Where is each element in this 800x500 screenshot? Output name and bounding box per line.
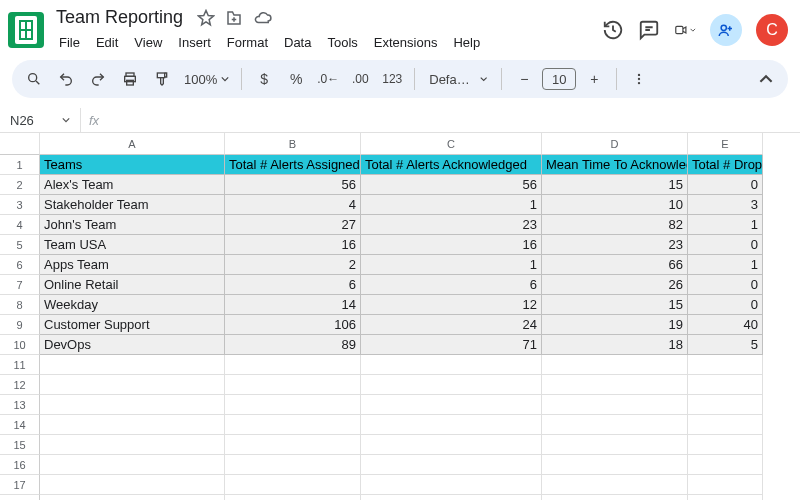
cell[interactable] [225,435,361,455]
redo-icon[interactable] [84,65,112,93]
cell[interactable]: Alex's Team [40,175,225,195]
row-header[interactable]: 12 [0,375,40,395]
cell[interactable] [542,435,688,455]
cell[interactable] [40,375,225,395]
select-all-corner[interactable] [0,133,40,155]
cell[interactable]: Total # Alerts Acknowledged [361,155,542,175]
cell[interactable] [225,415,361,435]
cell[interactable] [688,375,763,395]
menu-help[interactable]: Help [446,31,487,54]
cell[interactable]: 0 [688,175,763,195]
cell[interactable] [361,355,542,375]
cell[interactable] [361,475,542,495]
comments-icon[interactable] [638,19,660,41]
cell[interactable] [542,495,688,500]
cell[interactable] [688,395,763,415]
row-header[interactable]: 11 [0,355,40,375]
cell[interactable]: 0 [688,275,763,295]
row-header[interactable]: 17 [0,475,40,495]
cell[interactable] [688,435,763,455]
col-header-B[interactable]: B [225,133,361,155]
menu-file[interactable]: File [52,31,87,54]
row-header[interactable]: 9 [0,315,40,335]
format-percent-button[interactable]: % [282,65,310,93]
cell[interactable]: 6 [225,275,361,295]
cell[interactable]: Customer Support [40,315,225,335]
row-header[interactable]: 10 [0,335,40,355]
cell[interactable] [542,355,688,375]
cell[interactable]: Team USA [40,235,225,255]
row-header[interactable]: 5 [0,235,40,255]
menu-edit[interactable]: Edit [89,31,125,54]
cell[interactable]: 1 [361,195,542,215]
cell[interactable] [542,455,688,475]
more-toolbar-icon[interactable] [625,65,653,93]
cell[interactable] [542,395,688,415]
row-header[interactable]: 2 [0,175,40,195]
meet-icon[interactable] [674,19,696,41]
cell[interactable] [688,415,763,435]
cell[interactable] [688,455,763,475]
history-icon[interactable] [602,19,624,41]
cell[interactable]: 89 [225,335,361,355]
paint-format-icon[interactable] [148,65,176,93]
cell[interactable]: Stakeholder Team [40,195,225,215]
cell[interactable]: 15 [542,175,688,195]
cell[interactable]: 16 [225,235,361,255]
share-button[interactable] [710,14,742,46]
undo-icon[interactable] [52,65,80,93]
col-header-C[interactable]: C [361,133,542,155]
cell[interactable]: Total # Drops [688,155,763,175]
cell[interactable]: DevOps [40,335,225,355]
cell[interactable]: Apps Team [40,255,225,275]
cell[interactable]: Mean Time To Acknowledge [542,155,688,175]
cell[interactable]: Online Retail [40,275,225,295]
menu-format[interactable]: Format [220,31,275,54]
cell[interactable] [542,475,688,495]
sheets-logo[interactable] [8,12,44,48]
cell[interactable] [361,375,542,395]
increase-font-size-button[interactable]: + [580,65,608,93]
cell[interactable] [225,455,361,475]
cell[interactable]: John's Team [40,215,225,235]
cell[interactable]: 26 [542,275,688,295]
menu-tools[interactable]: Tools [320,31,364,54]
cell[interactable]: 6 [361,275,542,295]
cell[interactable]: 3 [688,195,763,215]
menu-view[interactable]: View [127,31,169,54]
cell[interactable]: 10 [542,195,688,215]
cell[interactable]: 1 [361,255,542,275]
cell[interactable]: 23 [542,235,688,255]
account-avatar[interactable]: C [756,14,788,46]
menu-insert[interactable]: Insert [171,31,218,54]
cell[interactable]: 0 [688,295,763,315]
cell[interactable]: 0 [688,235,763,255]
cell[interactable]: 15 [542,295,688,315]
cell[interactable] [225,375,361,395]
cell[interactable]: 82 [542,215,688,235]
cell[interactable] [40,355,225,375]
cell[interactable]: Weekday [40,295,225,315]
cell[interactable]: 106 [225,315,361,335]
cell[interactable]: 16 [361,235,542,255]
decrease-font-size-button[interactable]: − [510,65,538,93]
cell[interactable] [225,475,361,495]
cell[interactable] [688,495,763,500]
cell[interactable]: 71 [361,335,542,355]
cell[interactable] [40,395,225,415]
cell[interactable] [225,395,361,415]
row-header[interactable]: 16 [0,455,40,475]
print-icon[interactable] [116,65,144,93]
cell[interactable]: 56 [225,175,361,195]
row-header[interactable]: 4 [0,215,40,235]
cell[interactable]: 19 [542,315,688,335]
cell[interactable] [688,355,763,375]
row-header[interactable]: 1 [0,155,40,175]
cell[interactable] [40,475,225,495]
row-header[interactable]: 14 [0,415,40,435]
col-header-E[interactable]: E [688,133,763,155]
more-formats-button[interactable]: 123 [378,65,406,93]
document-title[interactable]: Team Reporting [52,6,187,29]
cell[interactable]: 40 [688,315,763,335]
menu-extensions[interactable]: Extensions [367,31,445,54]
